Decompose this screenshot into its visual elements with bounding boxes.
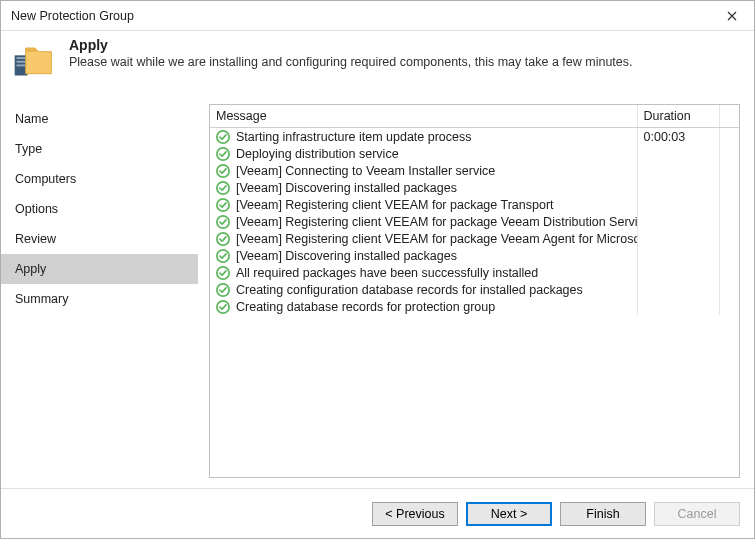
success-icon	[216, 249, 230, 263]
success-icon	[216, 266, 230, 280]
duration-cell	[637, 162, 719, 179]
success-icon	[216, 130, 230, 144]
sidebar-item-options[interactable]: Options	[1, 194, 198, 224]
page-subtitle: Please wait while we are installing and …	[69, 55, 633, 69]
table-row[interactable]: [Veeam] Discovering installed packages	[210, 247, 739, 264]
table-row[interactable]: All required packages have been successf…	[210, 264, 739, 281]
titlebar: New Protection Group	[1, 1, 754, 31]
wizard-footer: < Previous Next > Finish Cancel	[1, 488, 754, 538]
table-row[interactable]: Starting infrastructure item update proc…	[210, 128, 739, 146]
duration-cell	[637, 281, 719, 298]
table-row[interactable]: [Veeam] Connecting to Veeam Installer se…	[210, 162, 739, 179]
svg-rect-1	[17, 57, 26, 59]
duration-cell	[637, 179, 719, 196]
duration-cell	[637, 213, 719, 230]
previous-button[interactable]: < Previous	[372, 502, 458, 526]
duration-cell	[637, 145, 719, 162]
table-row[interactable]: [Veeam] Registering client VEEAM for pac…	[210, 213, 739, 230]
success-icon	[216, 198, 230, 212]
sidebar-item-summary[interactable]: Summary	[1, 284, 198, 314]
wizard-body: NameTypeComputersOptionsReviewApplySumma…	[1, 94, 754, 488]
success-icon	[216, 300, 230, 314]
content-pane: Message Duration Starting infrastructure…	[199, 94, 754, 488]
message-text: Starting infrastructure item update proc…	[236, 130, 472, 144]
message-text: [Veeam] Registering client VEEAM for pac…	[236, 198, 554, 212]
table-row[interactable]: Creating database records for protection…	[210, 298, 739, 315]
message-text: [Veeam] Discovering installed packages	[236, 249, 457, 263]
next-button[interactable]: Next >	[466, 502, 552, 526]
duration-cell: 0:00:03	[637, 128, 719, 146]
table-row[interactable]: [Veeam] Registering client VEEAM for pac…	[210, 230, 739, 247]
duration-cell	[637, 264, 719, 281]
sidebar-item-type[interactable]: Type	[1, 134, 198, 164]
svg-rect-2	[17, 61, 26, 63]
message-text: Deploying distribution service	[236, 147, 399, 161]
table-row[interactable]: Deploying distribution service	[210, 145, 739, 162]
sidebar-item-computers[interactable]: Computers	[1, 164, 198, 194]
message-text: [Veeam] Registering client VEEAM for pac…	[236, 232, 637, 246]
message-text: [Veeam] Registering client VEEAM for pac…	[236, 215, 637, 229]
duration-cell	[637, 196, 719, 213]
progress-table: Message Duration Starting infrastructure…	[209, 104, 740, 478]
success-icon	[216, 164, 230, 178]
duration-cell	[637, 230, 719, 247]
finish-button[interactable]: Finish	[560, 502, 646, 526]
duration-cell	[637, 247, 719, 264]
wizard-window: New Protection Group Apply Please wait w…	[0, 0, 755, 539]
protection-group-icon	[11, 37, 55, 84]
col-header-pad	[719, 105, 739, 128]
col-header-duration[interactable]: Duration	[637, 105, 719, 128]
close-icon	[727, 11, 737, 21]
page-title: Apply	[69, 37, 633, 53]
close-button[interactable]	[709, 1, 754, 31]
message-text: Creating database records for protection…	[236, 300, 495, 314]
message-text: Creating configuration database records …	[236, 283, 583, 297]
sidebar-item-name[interactable]: Name	[1, 104, 198, 134]
cancel-button: Cancel	[654, 502, 740, 526]
success-icon	[216, 147, 230, 161]
table-header-row: Message Duration	[210, 105, 739, 128]
message-text: All required packages have been successf…	[236, 266, 538, 280]
table-row[interactable]: [Veeam] Registering client VEEAM for pac…	[210, 196, 739, 213]
table-row[interactable]: Creating configuration database records …	[210, 281, 739, 298]
header-text: Apply Please wait while we are installin…	[69, 37, 633, 69]
col-header-message[interactable]: Message	[210, 105, 637, 128]
success-icon	[216, 283, 230, 297]
sidebar-item-apply[interactable]: Apply	[1, 254, 198, 284]
wizard-steps-sidebar: NameTypeComputersOptionsReviewApplySumma…	[1, 94, 199, 488]
success-icon	[216, 215, 230, 229]
sidebar-item-review[interactable]: Review	[1, 224, 198, 254]
svg-rect-3	[17, 65, 26, 67]
window-title: New Protection Group	[11, 9, 134, 23]
success-icon	[216, 181, 230, 195]
header: Apply Please wait while we are installin…	[1, 31, 754, 94]
success-icon	[216, 232, 230, 246]
table-row[interactable]: [Veeam] Discovering installed packages	[210, 179, 739, 196]
message-text: [Veeam] Discovering installed packages	[236, 181, 457, 195]
message-text: [Veeam] Connecting to Veeam Installer se…	[236, 164, 495, 178]
duration-cell	[637, 298, 719, 315]
